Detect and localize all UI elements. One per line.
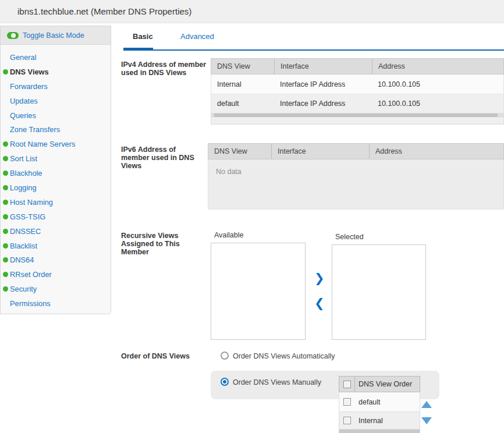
status-dot-icon <box>3 286 8 292</box>
status-dot-icon <box>3 185 8 190</box>
toggle-knob-icon <box>11 33 16 38</box>
scrollbar-thumb[interactable] <box>214 113 498 117</box>
sidebar-item-permissions[interactable]: Permissions <box>1 296 111 311</box>
sidebar-item-security[interactable]: Security <box>1 282 111 296</box>
order-automatically-label[interactable]: Order DNS Views Automatically <box>233 352 335 360</box>
cell-dns-view: default <box>211 94 274 113</box>
titlebar: ibns1.techblue.net (Member DNS Propertie… <box>0 0 504 23</box>
horizontal-scrollbar <box>211 113 504 118</box>
sidebar-items: General DNS Views Forwarders Updates Que… <box>1 45 111 311</box>
sidebar-item-dns64[interactable]: DNS64 <box>1 253 111 267</box>
column-header-interface: Interface <box>271 144 369 159</box>
ipv4-table: DNS View Interface Address Internal Inte… <box>211 58 504 125</box>
order-manually-radio[interactable] <box>221 378 229 386</box>
column-header-address: Address <box>372 59 503 74</box>
sidebar-item-dns-views[interactable]: DNS Views <box>1 65 111 79</box>
status-dot-icon <box>3 156 8 161</box>
status-dot-icon <box>3 69 8 74</box>
cell-dns-view: Internal <box>211 74 274 94</box>
toggle-on-icon <box>7 32 19 39</box>
selected-listbox[interactable] <box>332 244 426 340</box>
selected-list-label: Selected <box>335 233 364 241</box>
order-row-default: default <box>339 392 420 412</box>
recursive-views-section-label: Recursive Views Assigned to This Member <box>121 232 186 256</box>
sidebar-item-general[interactable]: General <box>1 50 111 65</box>
column-header-dns-view: DNS View <box>211 59 274 74</box>
table-footer <box>211 118 504 125</box>
cell-interface: Interface IP Address <box>274 74 372 94</box>
status-dot-icon <box>3 200 8 205</box>
sidebar-item-root-name-servers[interactable]: Root Name Servers <box>1 137 111 151</box>
column-header-address: Address <box>369 144 503 159</box>
table-row[interactable]: Internal Interface IP Address 10.100.0.1… <box>211 74 504 94</box>
cell-address: 10.100.0.105 <box>372 94 503 113</box>
select-all-checkbox[interactable] <box>343 381 351 388</box>
order-automatically-radio[interactable] <box>221 352 229 360</box>
order-manually-label[interactable]: Order DNS Views Manually <box>233 378 321 386</box>
status-dot-icon <box>3 229 8 234</box>
move-right-button[interactable]: ❯ <box>314 272 325 285</box>
move-left-button[interactable]: ❮ <box>314 297 325 310</box>
order-row-internal: Internal <box>339 412 420 430</box>
sidebar-item-rrset-order[interactable]: RRset Order <box>1 267 111 282</box>
status-dot-icon <box>3 141 8 147</box>
sidebar-item-queries[interactable]: Queries <box>1 108 111 123</box>
sidebar-item-gss-tsig[interactable]: GSS-TSIG <box>1 210 111 224</box>
available-list-label: Available <box>214 231 244 239</box>
status-dot-icon <box>3 243 8 249</box>
row-checkbox[interactable] <box>343 398 351 406</box>
sidebar-item-dnssec[interactable]: DNSSEC <box>1 224 111 239</box>
order-table-scrollbar[interactable] <box>339 430 420 433</box>
tab-divider <box>123 49 504 51</box>
sidebar-item-forwarders[interactable]: Forwarders <box>1 79 111 94</box>
status-dot-icon <box>3 171 8 176</box>
sidebar-item-host-naming[interactable]: Host Naming <box>1 195 111 210</box>
header-separator <box>354 377 355 392</box>
status-dot-icon <box>3 214 8 219</box>
sidebar-item-logging[interactable]: Logging <box>1 180 111 195</box>
column-header-dns-view: DNS View <box>208 144 271 159</box>
row-checkbox[interactable] <box>343 417 351 424</box>
ipv6-table-header: DNS View Interface Address <box>208 143 504 159</box>
tab-basic[interactable]: Basic <box>133 32 153 41</box>
column-header-interface: Interface <box>274 59 372 74</box>
status-dot-icon <box>3 257 8 262</box>
move-down-button[interactable] <box>421 417 432 424</box>
dns-view-order-table: DNS View Order default Internal <box>339 376 420 433</box>
dns-view-order-header-label: DNS View Order <box>359 380 412 388</box>
tab-advanced[interactable]: Advanced <box>180 32 214 41</box>
cell-interface: Interface IP Address <box>274 94 372 113</box>
sidebar-item-sort-list[interactable]: Sort List <box>1 151 111 166</box>
status-dot-icon <box>3 272 8 277</box>
ipv4-section-label: IPv4 Address of member used in DNS Views <box>121 61 211 77</box>
ipv6-table: DNS View Interface Address No data <box>208 143 504 210</box>
order-section-label: Order of DNS Views <box>121 352 208 360</box>
table-row[interactable]: default Interface IP Address 10.100.0.10… <box>211 94 504 113</box>
tab-active-indicator <box>123 48 153 51</box>
sidebar: Toggle Basic Mode General DNS Views Forw… <box>0 26 111 314</box>
sidebar-item-blackhole[interactable]: Blackhole <box>1 166 111 180</box>
sidebar-item-updates[interactable]: Updates <box>1 94 111 108</box>
member-dns-properties-dialog: ibns1.techblue.net (Member DNS Propertie… <box>0 0 504 433</box>
available-listbox[interactable] <box>211 243 306 340</box>
page-title: ibns1.techblue.net (Member DNS Propertie… <box>17 0 191 23</box>
sidebar-item-zone-transfers[interactable]: Zone Transfers <box>1 122 111 137</box>
cell-address: 10.100.0.105 <box>372 74 503 94</box>
ipv6-section-label: IPv6 Address of member used in DNS Views <box>121 145 198 170</box>
dns-view-order-header: DNS View Order <box>339 376 420 392</box>
empty-table-message: No data <box>208 159 504 210</box>
toggle-basic-mode[interactable]: Toggle Basic Mode <box>1 26 111 45</box>
ipv4-table-header: DNS View Interface Address <box>211 58 504 74</box>
move-up-button[interactable] <box>421 401 432 408</box>
sidebar-item-blacklist[interactable]: Blacklist <box>1 239 111 253</box>
toggle-basic-mode-label: Toggle Basic Mode <box>23 31 84 40</box>
